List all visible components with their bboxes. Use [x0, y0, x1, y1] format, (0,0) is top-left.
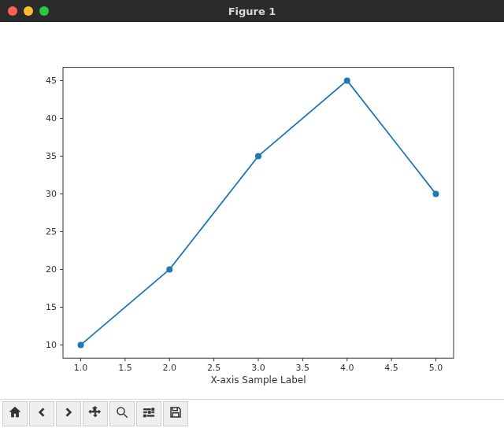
window-title: Figure 1 [0, 6, 504, 17]
svg-point-38 [432, 190, 439, 197]
configure-button[interactable] [136, 401, 161, 426]
figure-canvas[interactable]: 1.01.52.02.53.03.54.04.55.0 101520253035… [0, 22, 504, 399]
sliders-icon [142, 405, 156, 422]
move-icon [88, 405, 102, 422]
svg-text:25: 25 [46, 227, 57, 237]
svg-text:10: 10 [46, 340, 57, 350]
zoom-button[interactable] [109, 401, 135, 426]
titlebar: Figure 1 [0, 0, 504, 22]
svg-text:35: 35 [46, 151, 57, 161]
maximize-icon[interactable] [39, 6, 49, 16]
svg-text:20: 20 [46, 264, 57, 275]
x-axis-label: X-axis Sample Label [211, 374, 306, 386]
app-window: Figure 1 1.01.52.02.53.03.54.04.55.0 101… [0, 0, 504, 428]
svg-text:3.5: 3.5 [296, 363, 310, 373]
svg-point-34 [78, 341, 84, 348]
home-button[interactable] [2, 401, 28, 426]
arrow-left-icon [35, 405, 49, 422]
svg-text:2.0: 2.0 [163, 363, 177, 373]
svg-text:4.0: 4.0 [340, 363, 354, 373]
svg-point-36 [255, 153, 261, 159]
pan-button[interactable] [83, 401, 108, 426]
svg-point-37 [344, 77, 350, 83]
toolbar [0, 399, 504, 428]
svg-point-35 [166, 266, 172, 272]
close-icon[interactable] [8, 6, 17, 16]
svg-text:2.5: 2.5 [207, 363, 221, 373]
minimize-icon[interactable] [24, 6, 33, 16]
axes-frame [63, 68, 454, 359]
svg-text:30: 30 [46, 189, 57, 199]
home-icon [8, 405, 22, 422]
x-ticks: 1.01.52.02.53.03.54.04.55.0 [74, 358, 443, 373]
svg-text:45: 45 [46, 76, 57, 86]
y-ticks: 1015202530354045 [46, 76, 63, 350]
back-button[interactable] [29, 401, 54, 426]
save-icon [169, 405, 183, 422]
plot-svg: 1.01.52.02.53.03.54.04.55.0 101520253035… [0, 22, 504, 400]
forward-button[interactable] [56, 401, 81, 426]
save-button[interactable] [163, 401, 188, 426]
svg-text:15: 15 [46, 302, 57, 312]
search-icon [115, 405, 129, 422]
svg-text:1.5: 1.5 [118, 363, 132, 373]
svg-text:3.0: 3.0 [251, 363, 265, 373]
svg-text:1.0: 1.0 [74, 363, 88, 373]
svg-text:5.0: 5.0 [429, 363, 443, 373]
svg-text:40: 40 [46, 113, 57, 124]
arrow-right-icon [61, 405, 76, 422]
svg-line-40 [124, 414, 128, 418]
window-controls [8, 6, 49, 16]
data-line [81, 80, 436, 345]
svg-point-39 [117, 408, 124, 415]
svg-text:4.5: 4.5 [384, 363, 398, 373]
data-markers [78, 77, 439, 348]
